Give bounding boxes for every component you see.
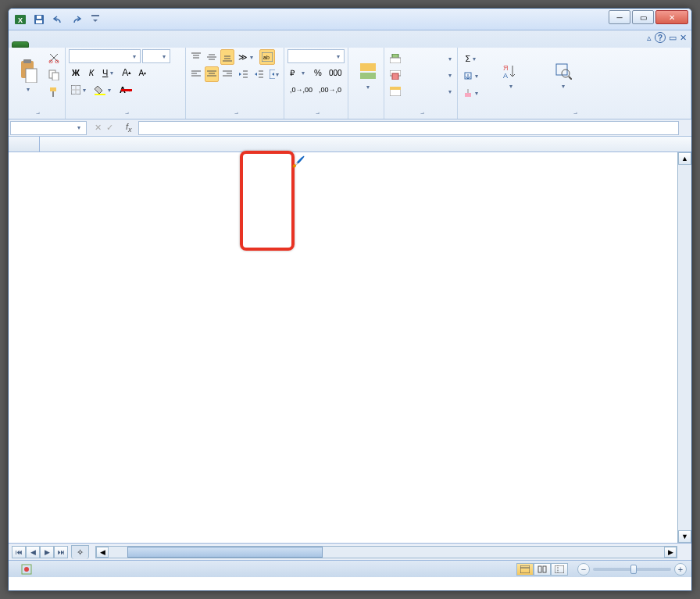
format-painter-icon[interactable] xyxy=(46,84,62,100)
view-page-layout-icon[interactable] xyxy=(534,563,551,576)
svg-text:ab: ab xyxy=(263,55,270,60)
svg-rect-57 xyxy=(465,93,471,97)
svg-rect-12 xyxy=(52,73,59,80)
percent-icon[interactable]: % xyxy=(311,65,325,80)
align-top-icon[interactable] xyxy=(189,49,203,65)
bold-icon[interactable]: Ж xyxy=(69,65,83,80)
sort-filter-button[interactable]: ЯА ▾ xyxy=(484,49,538,101)
close-button[interactable]: ✕ xyxy=(655,10,688,24)
ribbon-help: ▵ ? ▭ ✕ xyxy=(647,32,687,43)
new-sheet-button[interactable]: ✧ xyxy=(71,545,89,559)
view-page-break-icon[interactable] xyxy=(551,563,568,576)
svg-rect-53 xyxy=(392,73,398,80)
zoom-slider[interactable] xyxy=(593,568,671,571)
format-cells-button[interactable]: ▾ xyxy=(388,84,456,99)
fill-icon[interactable]: ▾ xyxy=(461,68,483,84)
cut-icon[interactable] xyxy=(46,50,62,66)
undo-icon[interactable] xyxy=(49,12,66,27)
fx-icon[interactable]: fx xyxy=(120,122,138,134)
sheet-nav-prev[interactable]: ◀ xyxy=(26,546,40,558)
number-format-combo[interactable]: ▾ xyxy=(288,49,345,63)
group-clipboard: ▾ xyxy=(9,48,66,119)
font-size-combo[interactable]: ▾ xyxy=(142,49,170,63)
help-icon[interactable]: ? xyxy=(655,32,666,43)
svg-rect-7 xyxy=(23,59,31,63)
increase-indent-icon[interactable] xyxy=(252,66,266,82)
status-bar: − + xyxy=(9,560,691,577)
name-box[interactable]: ▾ xyxy=(10,121,87,135)
borders-icon[interactable]: ▾ xyxy=(69,82,91,98)
quick-access-toolbar: X xyxy=(9,12,104,27)
clear-icon[interactable]: ▾ xyxy=(461,85,483,101)
save-icon[interactable] xyxy=(30,12,48,27)
horizontal-scrollbar[interactable]: ◀ ▶ xyxy=(95,546,677,558)
svg-rect-4 xyxy=(37,16,41,19)
svg-text:Я: Я xyxy=(503,64,509,72)
zoom-out-button[interactable]: − xyxy=(577,563,590,576)
sheet-nav-next[interactable]: ▶ xyxy=(40,546,54,558)
doc-close-icon[interactable]: ✕ xyxy=(680,33,687,43)
format-painter-cursor: 🖌️ xyxy=(291,155,305,168)
merge-icon[interactable]: ▾ xyxy=(267,66,281,82)
font-name-combo[interactable]: ▾ xyxy=(69,49,141,63)
insert-cells-button[interactable]: ▾ xyxy=(388,51,456,66)
svg-text:А: А xyxy=(503,72,508,80)
svg-rect-65 xyxy=(520,565,530,573)
title-bar: X ─ ▭ ✕ xyxy=(9,9,691,30)
sheet-nav-last[interactable]: ⏭ xyxy=(54,546,68,558)
svg-rect-19 xyxy=(121,89,132,91)
vertical-scrollbar[interactable]: ▲ ▼ xyxy=(677,152,691,543)
currency-icon[interactable]: ₽▾ xyxy=(288,65,309,80)
orientation-icon[interactable]: ≫▾ xyxy=(236,49,258,65)
align-bottom-icon[interactable] xyxy=(220,49,234,65)
increase-decimal-icon[interactable]: ,0→,00 xyxy=(288,82,315,98)
qat-more-icon[interactable] xyxy=(87,12,104,27)
maximize-button[interactable]: ▭ xyxy=(632,10,654,24)
svg-text:X: X xyxy=(18,16,23,24)
svg-rect-51 xyxy=(390,58,401,63)
excel-icon[interactable]: X xyxy=(12,12,29,27)
align-center-icon[interactable] xyxy=(205,66,219,82)
formula-input[interactable] xyxy=(138,121,679,135)
find-select-button[interactable]: ▾ xyxy=(539,49,588,101)
fill-color-icon[interactable]: ▾ xyxy=(92,82,116,98)
select-all-corner[interactable] xyxy=(9,137,40,152)
svg-rect-55 xyxy=(390,87,401,90)
paste-button[interactable]: ▾ xyxy=(12,49,45,101)
font-color-icon[interactable]: A▾ xyxy=(117,82,136,98)
sheet-nav-first[interactable]: ⏮ xyxy=(12,546,26,558)
comma-icon[interactable]: 000 xyxy=(327,65,345,80)
redo-icon[interactable] xyxy=(68,12,85,27)
decrease-decimal-icon[interactable]: ,00→,0 xyxy=(316,82,344,98)
styles-button[interactable]: ▾ xyxy=(352,49,384,101)
wrap-text-icon[interactable]: ab xyxy=(259,49,275,65)
view-normal-icon[interactable] xyxy=(516,563,534,576)
autosum-icon[interactable]: Σ▾ xyxy=(461,51,483,66)
sheet-tab-bar: ⏮ ◀ ▶ ⏭ ✧ ◀ ▶ xyxy=(9,543,691,560)
spreadsheet-grid[interactable]: ▲ ▼ 🖌️ xyxy=(9,137,691,543)
shrink-font-icon[interactable]: A▾ xyxy=(135,65,149,80)
ribbon-tabs: ▵ ? ▭ ✕ xyxy=(9,30,691,48)
grow-font-icon[interactable]: A▴ xyxy=(120,65,134,80)
doc-restore-icon[interactable]: ▭ xyxy=(669,33,677,43)
delete-cells-button[interactable]: ▾ xyxy=(388,67,456,83)
svg-rect-48 xyxy=(360,63,376,71)
macro-record-icon[interactable] xyxy=(21,564,32,575)
minimize-ribbon-icon[interactable]: ▵ xyxy=(647,33,652,43)
copy-icon[interactable] xyxy=(46,67,62,83)
underline-icon[interactable]: Ч▾ xyxy=(100,65,118,80)
svg-point-64 xyxy=(24,567,29,572)
align-middle-icon[interactable] xyxy=(205,49,219,65)
svg-rect-67 xyxy=(538,566,541,572)
formula-bar: ▾ ✕✓ fx xyxy=(9,119,691,137)
align-right-icon[interactable] xyxy=(220,66,234,82)
zoom-in-button[interactable]: + xyxy=(674,563,687,576)
fx-cancel-icon: ✕ xyxy=(95,123,102,133)
decrease-indent-icon[interactable] xyxy=(236,66,250,82)
group-number: ▾ ₽▾ % 000 ,0→,00 ,00→,0 xyxy=(284,48,348,119)
italic-icon[interactable]: К xyxy=(84,65,98,80)
minimize-button[interactable]: ─ xyxy=(609,10,630,24)
svg-rect-3 xyxy=(36,20,42,23)
tab-file[interactable] xyxy=(12,41,29,48)
align-left-icon[interactable] xyxy=(189,66,203,82)
